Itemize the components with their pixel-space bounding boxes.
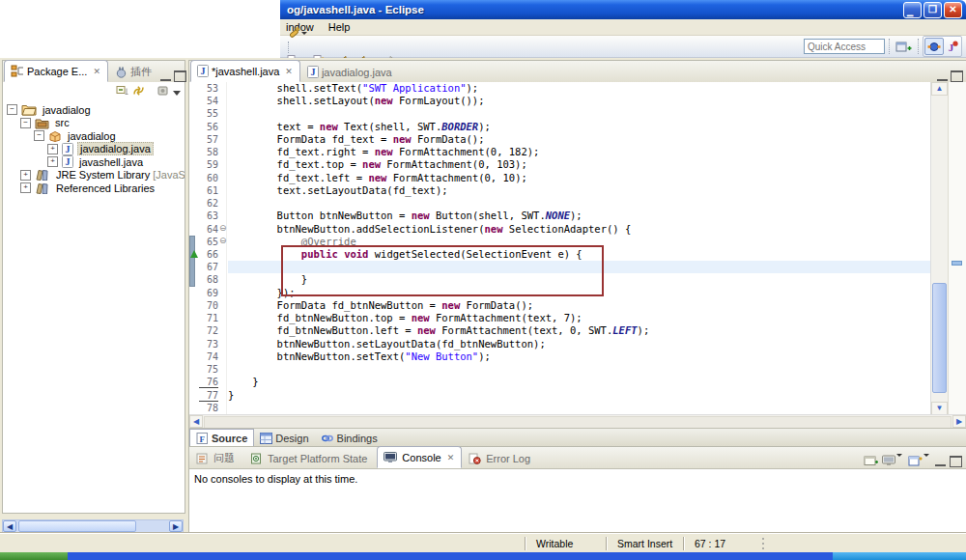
java-ee-perspective-button[interactable]	[924, 38, 944, 55]
close-icon[interactable]: ✕	[92, 67, 101, 76]
editor-horizontal-scrollbar[interactable]: ◀ ▶	[189, 414, 966, 429]
fold-collapse-icon[interactable]: ⊖	[219, 223, 227, 233]
link-with-editor-button[interactable]	[132, 85, 145, 98]
tree-item[interactable]: −javadialog	[34, 129, 118, 143]
tab-bindings[interactable]: Bindings	[315, 430, 384, 446]
code-editor[interactable]: 53 shell.setText("SWT Application");54 s…	[189, 82, 966, 414]
code-line: 60 fd_text.left = new FormAttachment(0, …	[189, 172, 930, 184]
view-menu-button[interactable]	[173, 86, 181, 98]
open-console-button[interactable]	[864, 455, 878, 468]
minimize-button[interactable]: ▁	[903, 2, 922, 18]
tree-item[interactable]: +Jjavadialog.java	[47, 143, 154, 156]
close-icon[interactable]: ✕	[446, 453, 456, 462]
tree-item[interactable]: −src	[20, 117, 71, 130]
minimize-view-icon[interactable]	[937, 72, 948, 81]
maximize-view-icon[interactable]	[174, 70, 186, 82]
code-text: text.setLayoutData(fd_text);	[228, 184, 448, 197]
open-perspective-button[interactable]	[894, 39, 914, 54]
code-line: 73 btnNewButton.setLayoutData(fd_btnNewB…	[189, 338, 930, 350]
console-tab-label: Target Platform State	[268, 453, 367, 464]
java-perspective-button[interactable]: J	[944, 39, 960, 54]
console-tabrow: 问题Target Platform StateConsole✕Error Log	[189, 447, 966, 469]
expand-icon[interactable]: +	[47, 144, 58, 154]
line-number: 53	[199, 83, 218, 94]
tree-item[interactable]: +JRE System Library [JavaSE-1.	[20, 169, 185, 182]
scroll-right-icon[interactable]: ▶	[952, 415, 966, 428]
line-number: 68	[199, 274, 218, 285]
tree-item-label: javadialog	[41, 104, 93, 116]
tree-item[interactable]: −javadialog	[7, 103, 93, 117]
line-number: 67	[199, 262, 218, 272]
svg-text:J: J	[201, 66, 206, 76]
tab-package-explorer[interactable]: Package E... ✕	[4, 60, 108, 82]
console-tab[interactable]: Console✕	[377, 446, 462, 468]
tab-source[interactable]: FSource	[189, 429, 254, 446]
line-number: 72	[199, 325, 218, 336]
statusbar-drag-handle	[762, 543, 764, 545]
dropdown-arrow-icon[interactable]	[301, 32, 307, 35]
tab-design[interactable]: Design	[254, 430, 314, 446]
svg-text:J: J	[310, 67, 315, 77]
close-icon[interactable]: ✕	[284, 67, 294, 76]
expand-icon[interactable]: +	[20, 170, 31, 181]
status-insert-mode: Smart Insert	[608, 538, 683, 549]
code-text: btnNewButton.setText("New Button");	[228, 350, 491, 363]
line-number: 64	[199, 224, 218, 235]
console-tab[interactable]: 问题	[190, 448, 243, 468]
line-number: 77	[199, 390, 218, 402]
scroll-down-icon[interactable]: ▼	[931, 402, 948, 415]
scroll-left-icon[interactable]: ◀	[189, 415, 203, 428]
tab-plugins[interactable]: 插件	[109, 62, 160, 82]
dropdown-arrow-icon[interactable]	[923, 454, 929, 468]
src-folder-icon	[35, 117, 49, 129]
minimize-view-icon[interactable]	[160, 72, 171, 81]
expand-icon[interactable]: +	[20, 182, 31, 193]
maximize-view-icon[interactable]	[950, 456, 962, 467]
collapse-icon[interactable]: −	[34, 130, 44, 141]
expand-icon[interactable]: +	[47, 156, 58, 167]
explorer-horizontal-scrollbar[interactable]: ◀ ▶	[2, 519, 184, 533]
line-number: 66	[199, 249, 218, 260]
editor-vertical-scrollbar[interactable]: ▲ ▼	[930, 82, 948, 415]
code-line: 53 shell.setText("SWT Application");	[189, 82, 930, 95]
fold-collapse-icon[interactable]: ⊖	[219, 236, 227, 245]
maximize-view-icon[interactable]	[951, 70, 963, 82]
workbench-body: Package E... ✕ 插件 −javadialog−src−javadi…	[0, 58, 966, 552]
focus-button[interactable]	[156, 85, 169, 98]
console-tab[interactable]: Error Log	[463, 448, 539, 468]
editor-tab[interactable]: Jjavadialog.java	[301, 62, 401, 82]
quick-access-input[interactable]	[804, 39, 885, 54]
tree-item[interactable]: +Referenced Libraries	[20, 182, 156, 195]
scroll-up-icon[interactable]: ▲	[931, 82, 948, 96]
console-tab[interactable]: Target Platform State	[244, 448, 376, 468]
vertical-scroll-thumb[interactable]	[932, 283, 947, 393]
screen: og/javashell.java - Eclipse ▁ ❐ ✕ indow …	[0, 0, 966, 560]
dropdown-arrow-icon[interactable]	[896, 454, 902, 468]
collapse-icon[interactable]: −	[7, 104, 17, 115]
minimize-view-icon[interactable]	[935, 458, 946, 466]
code-text: btnNewButton.addSelectionListener(new Se…	[228, 223, 631, 236]
scroll-right-icon[interactable]: ▶	[169, 520, 183, 532]
package-explorer-tree: −javadialog−src−javadialog+Jjavadialog.j…	[3, 103, 185, 513]
collapse-all-button[interactable]	[116, 85, 128, 98]
scroll-left-icon[interactable]: ◀	[3, 520, 16, 532]
windows-taskbar	[0, 552, 966, 560]
status-cursor-position: 67 : 17	[685, 538, 754, 549]
new-console-view-button[interactable]	[908, 455, 931, 468]
restore-button[interactable]: ❐	[923, 2, 942, 18]
display-console-button[interactable]	[882, 455, 904, 468]
search-button[interactable]	[285, 25, 310, 42]
editor-tab[interactable]: J*javashell.java✕	[190, 60, 300, 82]
close-button[interactable]: ✕	[944, 2, 962, 18]
line-number: 55	[199, 108, 218, 119]
console-tab-label: Error Log	[486, 453, 530, 464]
tree-item[interactable]: +Jjavashell.java	[47, 155, 145, 169]
collapse-icon[interactable]: −	[20, 118, 31, 128]
explorer-scroll-thumb[interactable]	[18, 520, 136, 532]
editor-bottom-tabs: FSourceDesignBindings	[189, 428, 966, 446]
start-button[interactable]	[0, 552, 68, 560]
search-icon	[286, 26, 300, 41]
line-number: 57	[199, 134, 218, 145]
code-text: FormData fd_text = new FormData();	[228, 133, 485, 146]
code-text: shell.setText("SWT Application");	[228, 82, 478, 95]
